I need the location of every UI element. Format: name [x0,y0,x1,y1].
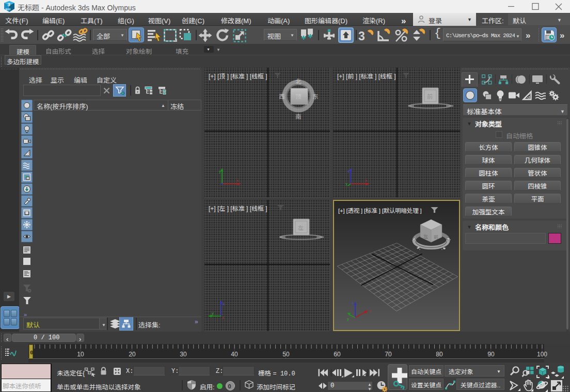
svg-text:z: z [352,301,354,305]
svg-text:3: 3 [8,2,10,7]
svg-text:z: z [347,169,350,174]
svg-text:100: 100 [537,351,547,358]
svg-text:90: 90 [487,351,495,358]
svg-text:左: 左 [423,233,428,240]
svg-text:y: y [345,181,347,186]
svg-text:x: x [369,309,371,313]
svg-text:东: 东 [312,92,319,100]
svg-text:北: 北 [295,77,302,85]
svg-text:70: 70 [385,351,392,358]
svg-text:y: y [219,169,221,174]
svg-text:60: 60 [334,351,341,358]
svg-text:y: y [212,311,214,316]
svg-text:x: x [236,178,239,183]
svg-text:z: z [223,302,225,306]
svg-text:x: x [365,178,367,183]
svg-text:30: 30 [180,351,187,358]
svg-text:MAX: MAX [6,8,11,11]
svg-text:10: 10 [77,351,84,358]
svg-text:前: 前 [427,92,433,100]
svg-text:40: 40 [231,351,238,358]
svg-text:左: 左 [298,223,304,231]
svg-text:80: 80 [436,351,443,358]
svg-text:3: 3 [358,29,365,43]
svg-text:顶: 顶 [296,92,302,100]
svg-text:y: y [347,317,349,321]
svg-text:西: 西 [279,92,285,100]
svg-text:20: 20 [129,351,136,358]
svg-text:50: 50 [282,351,290,358]
svg-text:x: x [222,315,224,320]
svg-text:南: 南 [295,112,302,120]
svg-text:前: 前 [434,233,438,240]
